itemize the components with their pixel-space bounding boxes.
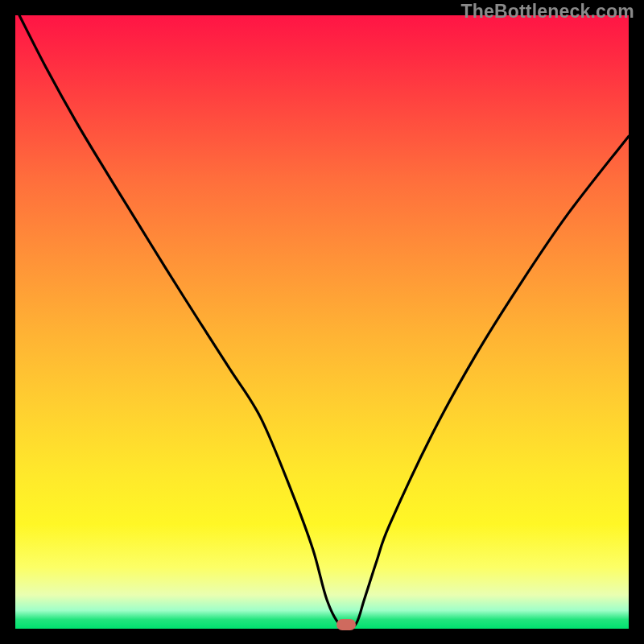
chart-gradient-area [15,15,629,629]
watermark-text: TheBottleneck.com [460,1,634,23]
optimal-marker [336,619,356,630]
chart-frame: TheBottleneck.com [0,0,644,644]
